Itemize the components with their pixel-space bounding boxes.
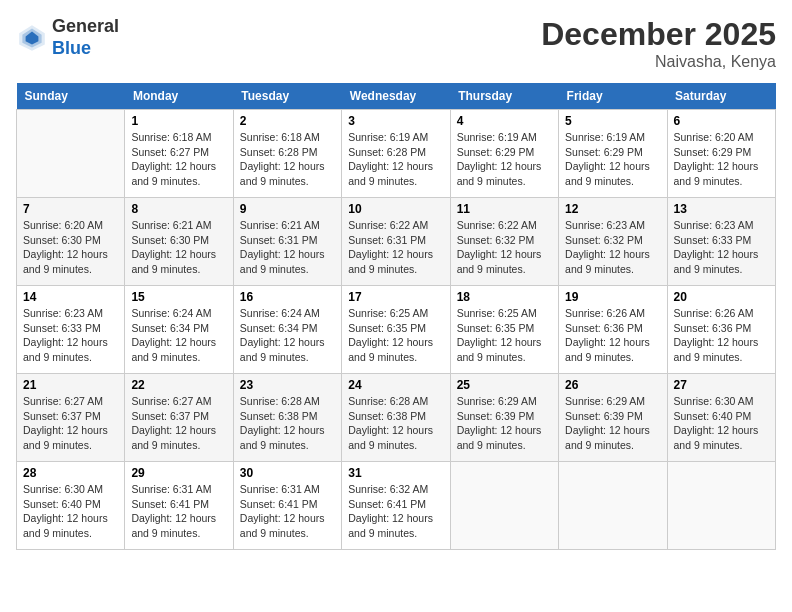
day-info: Sunrise: 6:25 AM Sunset: 6:35 PM Dayligh… [348,306,443,365]
day-info: Sunrise: 6:32 AM Sunset: 6:41 PM Dayligh… [348,482,443,541]
calendar-week-row: 21Sunrise: 6:27 AM Sunset: 6:37 PM Dayli… [17,374,776,462]
day-info: Sunrise: 6:28 AM Sunset: 6:38 PM Dayligh… [348,394,443,453]
day-number: 27 [674,378,769,392]
calendar-cell: 6Sunrise: 6:20 AM Sunset: 6:29 PM Daylig… [667,110,775,198]
day-info: Sunrise: 6:29 AM Sunset: 6:39 PM Dayligh… [565,394,660,453]
day-info: Sunrise: 6:23 AM Sunset: 6:33 PM Dayligh… [674,218,769,277]
calendar-cell: 26Sunrise: 6:29 AM Sunset: 6:39 PM Dayli… [559,374,667,462]
day-number: 15 [131,290,226,304]
day-number: 25 [457,378,552,392]
day-number: 14 [23,290,118,304]
calendar-cell: 12Sunrise: 6:23 AM Sunset: 6:32 PM Dayli… [559,198,667,286]
day-info: Sunrise: 6:19 AM Sunset: 6:29 PM Dayligh… [565,130,660,189]
day-number: 8 [131,202,226,216]
month-title: December 2025 [541,16,776,53]
calendar: SundayMondayTuesdayWednesdayThursdayFrid… [16,83,776,550]
day-number: 31 [348,466,443,480]
day-info: Sunrise: 6:19 AM Sunset: 6:29 PM Dayligh… [457,130,552,189]
calendar-cell [667,462,775,550]
day-info: Sunrise: 6:22 AM Sunset: 6:32 PM Dayligh… [457,218,552,277]
weekday-header: Tuesday [233,83,341,110]
day-info: Sunrise: 6:30 AM Sunset: 6:40 PM Dayligh… [23,482,118,541]
day-info: Sunrise: 6:23 AM Sunset: 6:32 PM Dayligh… [565,218,660,277]
day-number: 4 [457,114,552,128]
day-number: 17 [348,290,443,304]
day-info: Sunrise: 6:26 AM Sunset: 6:36 PM Dayligh… [565,306,660,365]
day-info: Sunrise: 6:31 AM Sunset: 6:41 PM Dayligh… [240,482,335,541]
calendar-cell: 17Sunrise: 6:25 AM Sunset: 6:35 PM Dayli… [342,286,450,374]
calendar-cell: 16Sunrise: 6:24 AM Sunset: 6:34 PM Dayli… [233,286,341,374]
day-number: 1 [131,114,226,128]
day-number: 26 [565,378,660,392]
calendar-week-row: 7Sunrise: 6:20 AM Sunset: 6:30 PM Daylig… [17,198,776,286]
day-info: Sunrise: 6:27 AM Sunset: 6:37 PM Dayligh… [23,394,118,453]
logo: General Blue [16,16,119,59]
calendar-cell [559,462,667,550]
day-info: Sunrise: 6:31 AM Sunset: 6:41 PM Dayligh… [131,482,226,541]
calendar-cell: 25Sunrise: 6:29 AM Sunset: 6:39 PM Dayli… [450,374,558,462]
title-block: December 2025 Naivasha, Kenya [541,16,776,71]
day-number: 16 [240,290,335,304]
day-info: Sunrise: 6:23 AM Sunset: 6:33 PM Dayligh… [23,306,118,365]
calendar-cell: 8Sunrise: 6:21 AM Sunset: 6:30 PM Daylig… [125,198,233,286]
calendar-cell: 3Sunrise: 6:19 AM Sunset: 6:28 PM Daylig… [342,110,450,198]
day-info: Sunrise: 6:26 AM Sunset: 6:36 PM Dayligh… [674,306,769,365]
calendar-week-row: 28Sunrise: 6:30 AM Sunset: 6:40 PM Dayli… [17,462,776,550]
logo-text: General Blue [52,16,119,59]
day-number: 18 [457,290,552,304]
weekday-header: Wednesday [342,83,450,110]
calendar-cell: 31Sunrise: 6:32 AM Sunset: 6:41 PM Dayli… [342,462,450,550]
day-number: 7 [23,202,118,216]
day-number: 22 [131,378,226,392]
day-number: 11 [457,202,552,216]
day-info: Sunrise: 6:20 AM Sunset: 6:30 PM Dayligh… [23,218,118,277]
day-info: Sunrise: 6:24 AM Sunset: 6:34 PM Dayligh… [131,306,226,365]
day-number: 20 [674,290,769,304]
day-info: Sunrise: 6:28 AM Sunset: 6:38 PM Dayligh… [240,394,335,453]
day-number: 5 [565,114,660,128]
calendar-cell: 24Sunrise: 6:28 AM Sunset: 6:38 PM Dayli… [342,374,450,462]
day-number: 21 [23,378,118,392]
day-number: 29 [131,466,226,480]
day-number: 3 [348,114,443,128]
calendar-cell: 1Sunrise: 6:18 AM Sunset: 6:27 PM Daylig… [125,110,233,198]
day-number: 30 [240,466,335,480]
day-info: Sunrise: 6:19 AM Sunset: 6:28 PM Dayligh… [348,130,443,189]
location: Naivasha, Kenya [541,53,776,71]
day-info: Sunrise: 6:27 AM Sunset: 6:37 PM Dayligh… [131,394,226,453]
calendar-cell: 21Sunrise: 6:27 AM Sunset: 6:37 PM Dayli… [17,374,125,462]
calendar-cell: 20Sunrise: 6:26 AM Sunset: 6:36 PM Dayli… [667,286,775,374]
weekday-header: Thursday [450,83,558,110]
calendar-week-row: 14Sunrise: 6:23 AM Sunset: 6:33 PM Dayli… [17,286,776,374]
day-info: Sunrise: 6:22 AM Sunset: 6:31 PM Dayligh… [348,218,443,277]
calendar-cell: 13Sunrise: 6:23 AM Sunset: 6:33 PM Dayli… [667,198,775,286]
calendar-cell: 28Sunrise: 6:30 AM Sunset: 6:40 PM Dayli… [17,462,125,550]
calendar-cell: 15Sunrise: 6:24 AM Sunset: 6:34 PM Dayli… [125,286,233,374]
day-number: 24 [348,378,443,392]
page-header: General Blue December 2025 Naivasha, Ken… [16,16,776,71]
calendar-cell: 27Sunrise: 6:30 AM Sunset: 6:40 PM Dayli… [667,374,775,462]
logo-icon [16,22,48,54]
calendar-cell: 4Sunrise: 6:19 AM Sunset: 6:29 PM Daylig… [450,110,558,198]
calendar-cell: 10Sunrise: 6:22 AM Sunset: 6:31 PM Dayli… [342,198,450,286]
day-number: 13 [674,202,769,216]
weekday-header: Saturday [667,83,775,110]
day-info: Sunrise: 6:29 AM Sunset: 6:39 PM Dayligh… [457,394,552,453]
day-info: Sunrise: 6:25 AM Sunset: 6:35 PM Dayligh… [457,306,552,365]
calendar-cell [17,110,125,198]
day-number: 28 [23,466,118,480]
calendar-cell: 19Sunrise: 6:26 AM Sunset: 6:36 PM Dayli… [559,286,667,374]
day-info: Sunrise: 6:20 AM Sunset: 6:29 PM Dayligh… [674,130,769,189]
calendar-cell: 23Sunrise: 6:28 AM Sunset: 6:38 PM Dayli… [233,374,341,462]
day-number: 10 [348,202,443,216]
day-info: Sunrise: 6:18 AM Sunset: 6:27 PM Dayligh… [131,130,226,189]
day-number: 9 [240,202,335,216]
calendar-cell: 22Sunrise: 6:27 AM Sunset: 6:37 PM Dayli… [125,374,233,462]
day-number: 12 [565,202,660,216]
day-info: Sunrise: 6:18 AM Sunset: 6:28 PM Dayligh… [240,130,335,189]
calendar-header-row: SundayMondayTuesdayWednesdayThursdayFrid… [17,83,776,110]
calendar-cell: 14Sunrise: 6:23 AM Sunset: 6:33 PM Dayli… [17,286,125,374]
day-info: Sunrise: 6:21 AM Sunset: 6:30 PM Dayligh… [131,218,226,277]
day-number: 19 [565,290,660,304]
day-info: Sunrise: 6:21 AM Sunset: 6:31 PM Dayligh… [240,218,335,277]
